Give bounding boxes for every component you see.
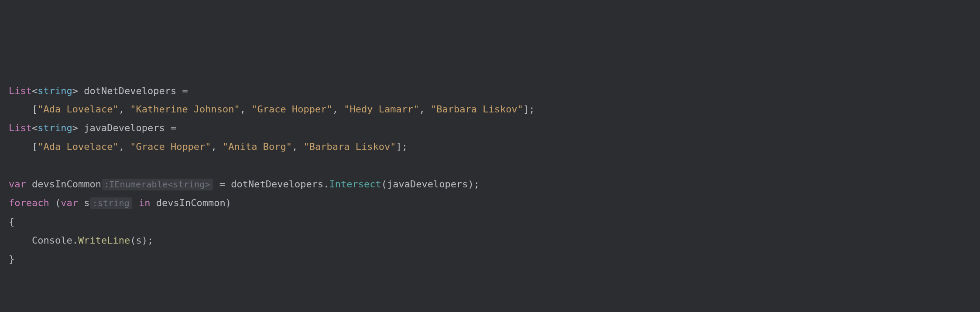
bracket-close-semi: ]; xyxy=(523,104,535,115)
space xyxy=(78,85,84,96)
space xyxy=(225,179,231,190)
space xyxy=(78,197,84,208)
dot-operator: . xyxy=(323,179,329,190)
string-literal: "Barbara Liskov" xyxy=(431,104,523,115)
var-keyword: var xyxy=(9,179,26,190)
code-line-8: { xyxy=(9,213,971,231)
variable-dotnetdevs: dotNetDevelopers xyxy=(84,85,176,96)
space xyxy=(165,122,171,133)
paren-close-semi: ); xyxy=(142,235,154,246)
paren-open: ( xyxy=(130,235,136,246)
comma: , xyxy=(240,104,252,115)
method-writeline: WriteLine xyxy=(78,235,130,246)
type-param-string: string xyxy=(38,85,72,96)
code-line-7: foreach (var s:string in devsInCommon) xyxy=(9,194,971,213)
paren-open: ( xyxy=(55,197,61,208)
iterable-ref: devsInCommon xyxy=(156,197,226,208)
variable-javadevs: javaDevelopers xyxy=(84,122,164,133)
in-keyword: in xyxy=(139,197,151,208)
code-line-6: var devsInCommon:IEnumerable<string> = d… xyxy=(9,175,971,194)
inlay-hint-type: :string xyxy=(90,197,132,209)
string-literal: "Hedy Lamarr" xyxy=(344,104,419,115)
loop-variable: s xyxy=(84,197,89,208)
string-literal: "Anita Borg" xyxy=(223,141,292,152)
equals-operator: = xyxy=(182,85,188,96)
bracket-close-semi: ]; xyxy=(396,141,408,152)
code-line-9: Console.WriteLine(s); xyxy=(9,231,971,250)
space xyxy=(26,179,32,190)
type-keyword: List xyxy=(9,85,32,96)
indent xyxy=(9,141,32,152)
argument: javaDevelopers xyxy=(387,179,468,190)
paren-open: ( xyxy=(381,179,387,190)
comma: , xyxy=(211,141,223,152)
type-param-string: string xyxy=(38,122,72,133)
indent xyxy=(9,104,32,115)
comma: , xyxy=(119,141,130,152)
argument: s xyxy=(136,235,141,246)
space xyxy=(151,197,156,208)
space xyxy=(78,122,84,133)
paren-close: ) xyxy=(226,197,231,208)
code-line-4: ["Ada Lovelace", "Grace Hopper", "Anita … xyxy=(9,138,971,156)
object-ref: dotNetDevelopers xyxy=(231,179,323,190)
string-literal: "Ada Lovelace" xyxy=(38,141,118,152)
brace-close: } xyxy=(9,254,14,265)
bracket-open: [ xyxy=(32,104,38,115)
bracket-open: [ xyxy=(32,141,38,152)
method-intersect: Intersect xyxy=(329,179,381,190)
space xyxy=(49,197,55,208)
comma: , xyxy=(119,104,130,115)
angle-close: > xyxy=(72,85,78,96)
indent xyxy=(9,235,32,246)
string-literal: "Katherine Johnson" xyxy=(130,104,240,115)
paren-close-semi: ); xyxy=(468,179,480,190)
var-keyword: var xyxy=(61,197,78,208)
code-line-2: ["Ada Lovelace", "Katherine Johnson", "G… xyxy=(9,100,971,119)
string-literal: "Grace Hopper" xyxy=(130,141,211,152)
variable-devsincommon: devsInCommon xyxy=(32,179,101,190)
inlay-hint-type: :IEnumerable<string> xyxy=(102,179,213,190)
code-line-3: List<string> javaDevelopers = xyxy=(9,119,971,138)
comma: , xyxy=(332,104,344,115)
comma: , xyxy=(292,141,304,152)
code-line-10: } xyxy=(9,250,971,269)
space xyxy=(133,197,139,208)
string-literal: "Barbara Liskov" xyxy=(304,141,396,152)
class-console: Console xyxy=(32,235,72,246)
equals-operator: = xyxy=(171,122,176,133)
code-line-blank xyxy=(9,156,971,175)
angle-close: > xyxy=(72,122,78,133)
angle-open: < xyxy=(32,85,38,96)
string-literal: "Grace Hopper" xyxy=(251,104,332,115)
dot-operator: . xyxy=(72,235,78,246)
code-line-1: List<string> dotNetDevelopers = xyxy=(9,82,971,101)
blank xyxy=(9,160,14,171)
string-literal: "Ada Lovelace" xyxy=(38,104,118,115)
space xyxy=(214,179,219,190)
type-keyword: List xyxy=(9,122,32,133)
angle-open: < xyxy=(32,122,38,133)
brace-open: { xyxy=(9,216,14,227)
code-editor[interactable]: List<string> dotNetDevelopers = ["Ada Lo… xyxy=(9,82,971,269)
comma: , xyxy=(419,104,431,115)
space xyxy=(176,85,182,96)
equals-operator: = xyxy=(219,179,225,190)
foreach-keyword: foreach xyxy=(9,197,49,208)
